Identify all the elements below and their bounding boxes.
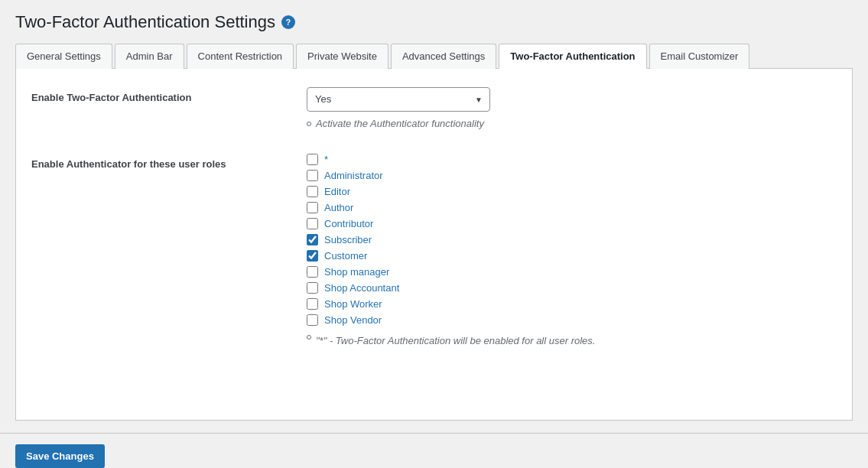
checkbox-shop-vendor[interactable] (307, 314, 318, 326)
checkbox-item-shop-manager[interactable]: Shop manager (307, 266, 837, 278)
checkbox-shop-worker[interactable] (307, 298, 318, 310)
tab-admin-bar[interactable]: Admin Bar (115, 44, 184, 69)
enable-tfa-label: Enable Two-Factor Authentication (31, 87, 307, 103)
user-roles-row: Enable Authenticator for these user role… (31, 154, 837, 353)
page-title: Two-Factor Authentication Settings (15, 12, 275, 32)
checkbox-item-administrator[interactable]: Administrator (307, 170, 837, 181)
checkbox-subscriber[interactable] (307, 234, 318, 245)
checkbox-item-shop-vendor[interactable]: Shop Vendor (307, 314, 837, 326)
checkbox-label-all: * (324, 154, 328, 165)
help-icon[interactable]: ? (281, 15, 295, 29)
checkbox-label-author: Author (324, 202, 353, 213)
checkbox-label-editor: Editor (324, 186, 350, 197)
checkbox-label-contributor: Contributor (324, 218, 373, 229)
checkbox-author[interactable] (307, 202, 318, 213)
hint-bullet-icon (307, 122, 311, 126)
checkbox-administrator[interactable] (307, 170, 318, 181)
enable-tfa-select-wrapper: YesNo ▼ (307, 87, 490, 112)
checkbox-customer[interactable] (307, 250, 318, 262)
footer-bar: Save Changes (0, 433, 868, 468)
enable-tfa-row: Enable Two-Factor Authentication YesNo ▼… (31, 87, 837, 135)
checkbox-item-all[interactable]: * (307, 154, 837, 165)
checkbox-item-shop-worker[interactable]: Shop Worker (307, 298, 837, 310)
note-bullet-icon (307, 335, 311, 340)
checkbox-item-contributor[interactable]: Contributor (307, 218, 837, 229)
checkbox-shop-manager[interactable] (307, 266, 318, 278)
tab-content-restriction[interactable]: Content Restriction (187, 44, 294, 69)
tabs-row: General SettingsAdmin BarContent Restric… (15, 43, 853, 69)
tab-advanced-settings[interactable]: Advanced Settings (391, 44, 496, 69)
checkbox-shop-accountant[interactable] (307, 282, 318, 294)
enable-tfa-select[interactable]: YesNo (307, 87, 490, 112)
tab-two-factor-auth[interactable]: Two-Factor Authentication (499, 44, 646, 69)
tab-private-website[interactable]: Private Website (296, 44, 388, 69)
tab-email-customizer[interactable]: Email Customizer (649, 44, 750, 69)
checkbox-editor[interactable] (307, 186, 318, 197)
checkbox-item-customer[interactable]: Customer (307, 250, 837, 262)
roles-note: "*" - Two-Factor Authentication will be … (307, 335, 837, 346)
enable-tfa-control: YesNo ▼ Activate the Authenticator funct… (307, 87, 837, 129)
user-roles-control: *AdministratorEditorAuthorContributorSub… (307, 154, 837, 346)
roles-note-text: "*" - Two-Factor Authentication will be … (316, 335, 595, 346)
hint-text-label: Activate the Authenticator functionality (316, 118, 484, 129)
checkbox-label-subscriber: Subscriber (324, 234, 372, 245)
checkbox-label-shop-manager: Shop manager (324, 266, 389, 278)
checkbox-label-administrator: Administrator (324, 170, 383, 181)
checkbox-item-shop-accountant[interactable]: Shop Accountant (307, 282, 837, 294)
enable-tfa-hint: Activate the Authenticator functionality (307, 118, 837, 129)
checkbox-all[interactable] (307, 154, 318, 165)
checkbox-item-editor[interactable]: Editor (307, 186, 837, 197)
checkbox-label-shop-worker: Shop Worker (324, 298, 382, 310)
checkbox-contributor[interactable] (307, 218, 318, 229)
checkbox-list: *AdministratorEditorAuthorContributorSub… (307, 154, 837, 326)
checkbox-label-shop-vendor: Shop Vendor (324, 314, 382, 326)
checkbox-item-subscriber[interactable]: Subscriber (307, 234, 837, 245)
checkbox-item-author[interactable]: Author (307, 202, 837, 213)
content-area: Enable Two-Factor Authentication YesNo ▼… (15, 69, 853, 421)
save-button[interactable]: Save Changes (15, 444, 105, 468)
tab-general[interactable]: General Settings (15, 44, 112, 69)
checkbox-label-customer: Customer (324, 250, 367, 262)
user-roles-label: Enable Authenticator for these user role… (31, 154, 307, 170)
checkbox-label-shop-accountant: Shop Accountant (324, 282, 399, 294)
